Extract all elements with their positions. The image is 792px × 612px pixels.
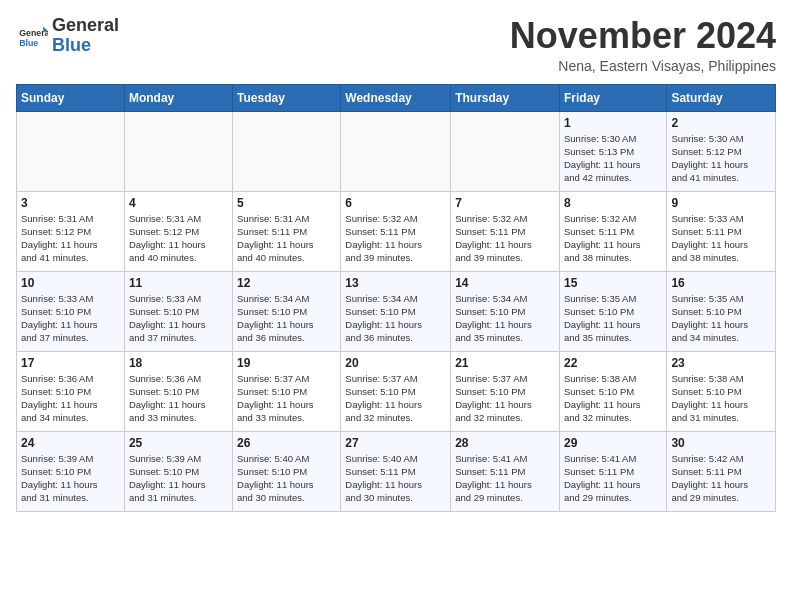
calendar-cell: 16Sunrise: 5:35 AMSunset: 5:10 PMDayligh… — [667, 271, 776, 351]
day-info: Sunrise: 5:32 AMSunset: 5:11 PMDaylight:… — [455, 212, 555, 265]
day-info: Sunrise: 5:33 AMSunset: 5:11 PMDaylight:… — [671, 212, 771, 265]
calendar-cell: 9Sunrise: 5:33 AMSunset: 5:11 PMDaylight… — [667, 191, 776, 271]
day-info: Sunrise: 5:40 AMSunset: 5:11 PMDaylight:… — [345, 452, 446, 505]
day-number: 30 — [671, 436, 771, 450]
day-info: Sunrise: 5:38 AMSunset: 5:10 PMDaylight:… — [564, 372, 662, 425]
day-info: Sunrise: 5:37 AMSunset: 5:10 PMDaylight:… — [455, 372, 555, 425]
day-info: Sunrise: 5:34 AMSunset: 5:10 PMDaylight:… — [455, 292, 555, 345]
day-number: 8 — [564, 196, 662, 210]
day-info: Sunrise: 5:41 AMSunset: 5:11 PMDaylight:… — [455, 452, 555, 505]
calendar-cell: 28Sunrise: 5:41 AMSunset: 5:11 PMDayligh… — [451, 431, 560, 511]
calendar-cell: 2Sunrise: 5:30 AMSunset: 5:12 PMDaylight… — [667, 111, 776, 191]
day-info: Sunrise: 5:39 AMSunset: 5:10 PMDaylight:… — [21, 452, 120, 505]
day-info: Sunrise: 5:33 AMSunset: 5:10 PMDaylight:… — [129, 292, 228, 345]
weekday-header: Monday — [124, 84, 232, 111]
day-number: 9 — [671, 196, 771, 210]
calendar-cell: 4Sunrise: 5:31 AMSunset: 5:12 PMDaylight… — [124, 191, 232, 271]
calendar-cell: 7Sunrise: 5:32 AMSunset: 5:11 PMDaylight… — [451, 191, 560, 271]
day-info: Sunrise: 5:40 AMSunset: 5:10 PMDaylight:… — [237, 452, 336, 505]
day-info: Sunrise: 5:30 AMSunset: 5:12 PMDaylight:… — [671, 132, 771, 185]
day-number: 7 — [455, 196, 555, 210]
day-number: 3 — [21, 196, 120, 210]
calendar-cell — [124, 111, 232, 191]
day-number: 21 — [455, 356, 555, 370]
day-number: 12 — [237, 276, 336, 290]
svg-text:Blue: Blue — [19, 37, 38, 47]
day-number: 17 — [21, 356, 120, 370]
day-number: 22 — [564, 356, 662, 370]
calendar-cell — [17, 111, 125, 191]
day-number: 27 — [345, 436, 446, 450]
day-number: 4 — [129, 196, 228, 210]
day-info: Sunrise: 5:36 AMSunset: 5:10 PMDaylight:… — [21, 372, 120, 425]
calendar-cell: 26Sunrise: 5:40 AMSunset: 5:10 PMDayligh… — [233, 431, 341, 511]
calendar-cell: 11Sunrise: 5:33 AMSunset: 5:10 PMDayligh… — [124, 271, 232, 351]
calendar-cell: 8Sunrise: 5:32 AMSunset: 5:11 PMDaylight… — [559, 191, 666, 271]
day-number: 13 — [345, 276, 446, 290]
calendar-cell — [451, 111, 560, 191]
day-info: Sunrise: 5:36 AMSunset: 5:10 PMDaylight:… — [129, 372, 228, 425]
day-info: Sunrise: 5:39 AMSunset: 5:10 PMDaylight:… — [129, 452, 228, 505]
day-number: 19 — [237, 356, 336, 370]
calendar-cell: 24Sunrise: 5:39 AMSunset: 5:10 PMDayligh… — [17, 431, 125, 511]
day-info: Sunrise: 5:37 AMSunset: 5:10 PMDaylight:… — [237, 372, 336, 425]
day-info: Sunrise: 5:31 AMSunset: 5:11 PMDaylight:… — [237, 212, 336, 265]
day-number: 11 — [129, 276, 228, 290]
calendar-cell: 18Sunrise: 5:36 AMSunset: 5:10 PMDayligh… — [124, 351, 232, 431]
day-info: Sunrise: 5:34 AMSunset: 5:10 PMDaylight:… — [237, 292, 336, 345]
day-info: Sunrise: 5:32 AMSunset: 5:11 PMDaylight:… — [564, 212, 662, 265]
day-number: 23 — [671, 356, 771, 370]
day-number: 5 — [237, 196, 336, 210]
day-info: Sunrise: 5:31 AMSunset: 5:12 PMDaylight:… — [129, 212, 228, 265]
calendar-cell: 23Sunrise: 5:38 AMSunset: 5:10 PMDayligh… — [667, 351, 776, 431]
day-info: Sunrise: 5:35 AMSunset: 5:10 PMDaylight:… — [564, 292, 662, 345]
calendar-cell — [233, 111, 341, 191]
calendar-table: SundayMondayTuesdayWednesdayThursdayFrid… — [16, 84, 776, 512]
calendar-cell — [341, 111, 451, 191]
calendar-cell: 6Sunrise: 5:32 AMSunset: 5:11 PMDaylight… — [341, 191, 451, 271]
calendar-cell: 12Sunrise: 5:34 AMSunset: 5:10 PMDayligh… — [233, 271, 341, 351]
logo-blue: Blue — [52, 35, 91, 55]
day-number: 18 — [129, 356, 228, 370]
day-number: 28 — [455, 436, 555, 450]
logo: General Blue General Blue — [16, 16, 119, 56]
day-info: Sunrise: 5:41 AMSunset: 5:11 PMDaylight:… — [564, 452, 662, 505]
weekday-header: Thursday — [451, 84, 560, 111]
day-info: Sunrise: 5:30 AMSunset: 5:13 PMDaylight:… — [564, 132, 662, 185]
calendar-cell: 15Sunrise: 5:35 AMSunset: 5:10 PMDayligh… — [559, 271, 666, 351]
day-number: 10 — [21, 276, 120, 290]
weekday-header: Tuesday — [233, 84, 341, 111]
day-number: 24 — [21, 436, 120, 450]
calendar-cell: 5Sunrise: 5:31 AMSunset: 5:11 PMDaylight… — [233, 191, 341, 271]
day-number: 16 — [671, 276, 771, 290]
day-info: Sunrise: 5:32 AMSunset: 5:11 PMDaylight:… — [345, 212, 446, 265]
calendar-cell: 3Sunrise: 5:31 AMSunset: 5:12 PMDaylight… — [17, 191, 125, 271]
calendar-cell: 19Sunrise: 5:37 AMSunset: 5:10 PMDayligh… — [233, 351, 341, 431]
day-info: Sunrise: 5:42 AMSunset: 5:11 PMDaylight:… — [671, 452, 771, 505]
page-header: General Blue General Blue November 2024 … — [16, 16, 776, 74]
day-number: 15 — [564, 276, 662, 290]
calendar-cell: 22Sunrise: 5:38 AMSunset: 5:10 PMDayligh… — [559, 351, 666, 431]
calendar-cell: 1Sunrise: 5:30 AMSunset: 5:13 PMDaylight… — [559, 111, 666, 191]
month-title: November 2024 — [510, 16, 776, 56]
day-number: 14 — [455, 276, 555, 290]
calendar-cell: 30Sunrise: 5:42 AMSunset: 5:11 PMDayligh… — [667, 431, 776, 511]
location: Nena, Eastern Visayas, Philippines — [510, 58, 776, 74]
weekday-header: Friday — [559, 84, 666, 111]
title-block: November 2024 Nena, Eastern Visayas, Phi… — [510, 16, 776, 74]
calendar-cell: 14Sunrise: 5:34 AMSunset: 5:10 PMDayligh… — [451, 271, 560, 351]
calendar-cell: 17Sunrise: 5:36 AMSunset: 5:10 PMDayligh… — [17, 351, 125, 431]
logo-text: General Blue — [52, 16, 119, 56]
day-number: 20 — [345, 356, 446, 370]
day-info: Sunrise: 5:35 AMSunset: 5:10 PMDaylight:… — [671, 292, 771, 345]
weekday-header: Wednesday — [341, 84, 451, 111]
day-info: Sunrise: 5:33 AMSunset: 5:10 PMDaylight:… — [21, 292, 120, 345]
day-number: 2 — [671, 116, 771, 130]
day-info: Sunrise: 5:34 AMSunset: 5:10 PMDaylight:… — [345, 292, 446, 345]
day-info: Sunrise: 5:37 AMSunset: 5:10 PMDaylight:… — [345, 372, 446, 425]
day-info: Sunrise: 5:38 AMSunset: 5:10 PMDaylight:… — [671, 372, 771, 425]
calendar-cell: 27Sunrise: 5:40 AMSunset: 5:11 PMDayligh… — [341, 431, 451, 511]
calendar-cell: 29Sunrise: 5:41 AMSunset: 5:11 PMDayligh… — [559, 431, 666, 511]
day-info: Sunrise: 5:31 AMSunset: 5:12 PMDaylight:… — [21, 212, 120, 265]
calendar-cell: 20Sunrise: 5:37 AMSunset: 5:10 PMDayligh… — [341, 351, 451, 431]
